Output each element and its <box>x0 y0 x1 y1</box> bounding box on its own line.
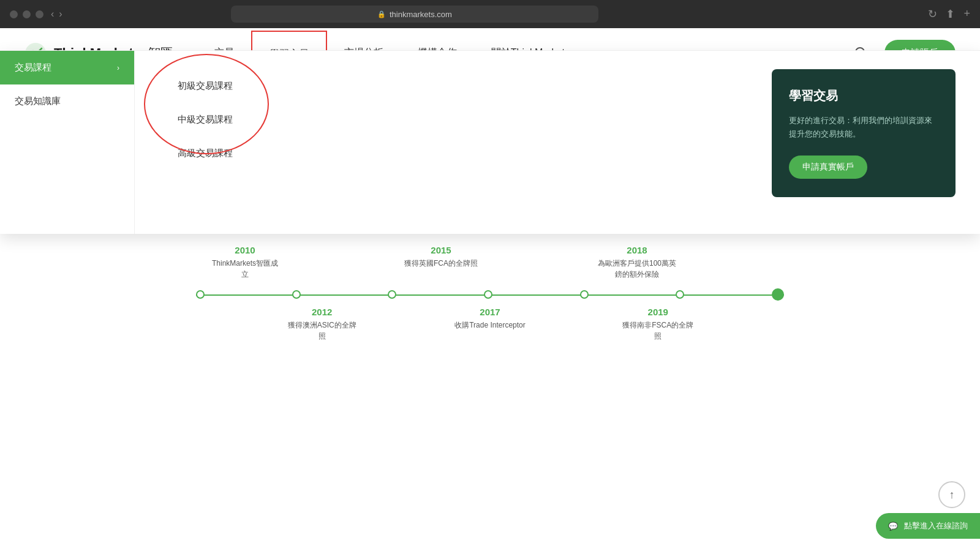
timeline-desc-2019-fsca: 獲得南非FSCA的全牌照 <box>621 320 695 342</box>
dot-2010 <box>196 290 205 299</box>
browser-dot-1 <box>10 10 18 18</box>
timeline-item-2010: 2010 ThinkMarkets智匯成立 <box>196 245 294 282</box>
dot-2012 <box>292 290 301 299</box>
address-bar[interactable]: 🔒 thinkmarkets.com <box>231 6 598 23</box>
dropdown-right-panel: 初級交易課程 中級交易課程 高級交易課程 學習交易 更好的進行交易：利用我們的培… <box>135 51 980 234</box>
dropdown-item-library[interactable]: 交易知識庫 <box>0 84 134 118</box>
timeline-year-2018: 2018 <box>588 245 686 255</box>
timeline-year-2010: 2010 <box>196 245 294 255</box>
browser-nav-arrows[interactable]: ‹ › <box>51 9 62 20</box>
up-arrow-icon: ↑ <box>949 489 955 501</box>
timeline-item-2018: 2018 為歐洲客戶提供100萬英鎊的額外保險 <box>588 245 686 282</box>
dot-2019-active <box>772 288 784 301</box>
submenu-item-advanced[interactable]: 高級交易課程 <box>172 137 239 170</box>
promo-title: 學習交易 <box>789 88 938 104</box>
timeline-desc-2017: 收購Trade Interceptor <box>453 320 527 331</box>
submenu-item-beginner[interactable]: 初級交易課程 <box>172 69 239 103</box>
learn-dropdown: 交易課程 › 交易知識庫 初級交易課程 中級交易課程 高級交易課程 學習交易 更… <box>0 50 980 234</box>
dot-2017 <box>484 290 492 299</box>
lock-icon: 🔒 <box>377 10 386 18</box>
dot-2018 <box>580 290 589 299</box>
promo-description: 更好的進行交易：利用我們的培訓資源來提升您的交易技能。 <box>789 114 938 141</box>
dot-2019-fsca <box>676 290 684 299</box>
browser-dots <box>10 10 43 18</box>
timeline-year-2012: 2012 <box>280 307 364 317</box>
timeline: 2010 ThinkMarkets智匯成立 2015 獲得英國FCA的全牌照 2… <box>98 233 882 381</box>
timeline-desc-2015: 獲得英國FCA的全牌照 <box>404 258 478 269</box>
timeline-year-2019-fsca: 2019 <box>616 307 700 317</box>
chevron-right-icon: › <box>117 64 119 72</box>
url-text: thinkmarkets.com <box>390 10 452 19</box>
chat-icon: 💬 <box>888 522 898 531</box>
timeline-desc-2010: ThinkMarkets智匯成立 <box>208 258 282 280</box>
timeline-item-2017: 2017 收購Trade Interceptor <box>448 307 532 344</box>
browser-chrome: ‹ › 🔒 thinkmarkets.com ↻ ⬆ + <box>0 0 980 28</box>
timeline-desc-2012: 獲得澳洲ASIC的全牌照 <box>285 320 359 342</box>
timeline-year-2017: 2017 <box>448 307 532 317</box>
timeline-desc-2018: 為歐洲客戶提供100萬英鎊的額外保險 <box>597 258 677 280</box>
browser-actions: ↻ ⬆ + <box>928 7 970 21</box>
forward-arrow[interactable]: › <box>59 9 62 20</box>
dot-2015 <box>388 290 396 299</box>
submenu-circle-annotation: 初級交易課程 中級交易課程 高級交易課程 <box>159 63 251 176</box>
promo-apply-button[interactable]: 申請真實帳戶 <box>789 156 867 179</box>
promo-card: 學習交易 更好的進行交易：利用我們的培訓資源來提升您的交易技能。 申請真實帳戶 <box>772 69 956 197</box>
dropdown-item-courses[interactable]: 交易課程 › <box>0 51 134 84</box>
share-icon[interactable]: ⬆ <box>946 7 955 21</box>
chat-label: 點擊進入在線諮詢 <box>904 520 968 531</box>
timeline-item-2012: 2012 獲得澳洲ASIC的全牌照 <box>280 307 364 344</box>
back-to-top-button[interactable]: ↑ <box>938 481 965 508</box>
browser-dot-3 <box>36 10 43 18</box>
dropdown-left-panel: 交易課程 › 交易知識庫 <box>0 51 135 234</box>
refresh-icon[interactable]: ↻ <box>928 7 937 21</box>
back-arrow[interactable]: ‹ <box>51 9 54 20</box>
course-submenu: 初級交易課程 中級交易課程 高級交易課程 <box>159 63 251 222</box>
timeline-year-2015: 2015 <box>392 245 490 255</box>
add-tab-icon[interactable]: + <box>963 7 970 21</box>
submenu-item-intermediate[interactable]: 中級交易課程 <box>172 103 239 137</box>
browser-dot-2 <box>23 10 31 18</box>
chat-widget[interactable]: 💬 點擊進入在線諮詢 <box>876 513 980 539</box>
timeline-item-2015: 2015 獲得英國FCA的全牌照 <box>392 245 490 282</box>
timeline-item-2019-fsca: 2019 獲得南非FSCA的全牌照 <box>616 307 700 344</box>
